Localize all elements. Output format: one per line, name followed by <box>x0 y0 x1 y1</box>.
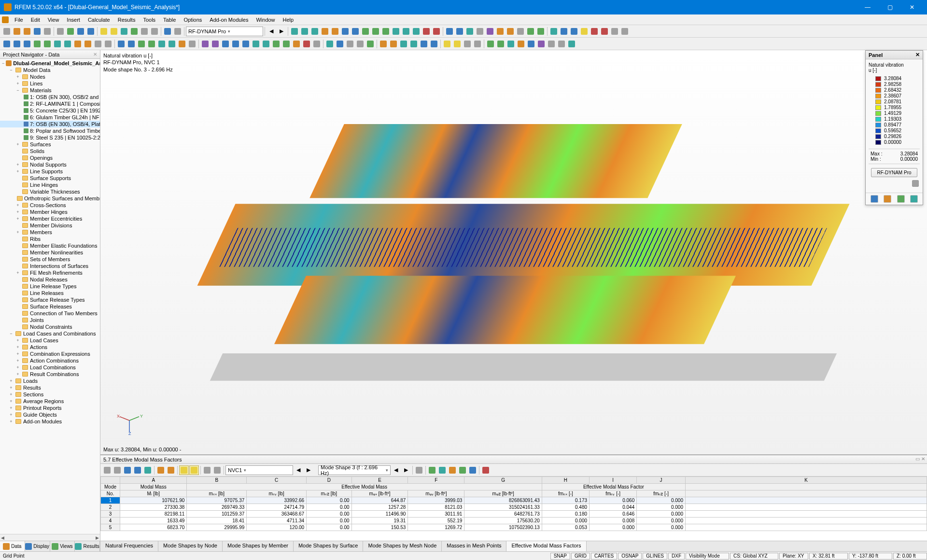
status-dxf[interactable]: DXF <box>668 553 685 560</box>
tree-bottom-2[interactable]: +Sections <box>0 391 100 398</box>
menu-calculate[interactable]: Calculate <box>84 16 114 24</box>
tree-lc-3[interactable]: +Action Combinations <box>0 357 100 364</box>
tb1-12[interactable] <box>401 27 411 36</box>
tool-undo[interactable] <box>76 27 85 36</box>
tree-item-orthotropic-surfaces-and-membra[interactable]: Orthotropic Surfaces and Membra <box>0 195 100 202</box>
grid-row-5[interactable]: 56823.7029995.99120.000.00150.531269.721… <box>101 524 927 531</box>
tool-redo[interactable] <box>86 27 96 36</box>
tree-item-intersections-of-surfaces[interactable]: Intersections of Surfaces <box>0 263 100 269</box>
bp-tab-4[interactable]: Mode Shapes by Mesh Node <box>363 541 442 551</box>
menu-view[interactable]: View <box>44 16 63 24</box>
tb2-21[interactable] <box>211 39 220 49</box>
tb1-20[interactable] <box>485 27 495 36</box>
tree-item-line-hinges[interactable]: Line Hinges <box>0 182 100 188</box>
tb1-8[interactable] <box>361 27 370 36</box>
tree-bottom-5[interactable]: +Guide Objects <box>0 411 100 418</box>
tree-item-member-divisions[interactable]: Member Divisions <box>0 222 100 229</box>
tb2-15[interactable] <box>147 39 156 49</box>
data-grid[interactable]: ABCDEFGHIJK ModeModal MassEffective Moda… <box>100 476 927 531</box>
tool-g[interactable] <box>140 27 149 36</box>
panel-module-button[interactable]: RF-DYNAM Pro <box>871 168 917 177</box>
bp-tab-1[interactable]: Mode Shapes by Node <box>158 541 223 551</box>
tree-lc-2[interactable]: +Combination Expressions <box>0 350 100 357</box>
tree-item-joints[interactable]: Joints <box>0 317 100 323</box>
navigator-close[interactable]: ✕ <box>93 52 97 57</box>
tree-bottom-4[interactable]: +Printout Reports <box>0 405 100 411</box>
tool-a[interactable] <box>56 27 65 36</box>
grid-row-1[interactable]: 1107621.9097075.3733992.660.00644.873999… <box>101 497 927 504</box>
tree-material-1[interactable]: 1: OSB (EN 300), OSB/2 and OS <box>0 94 100 100</box>
tree-model-data[interactable]: −Model Data <box>0 67 100 73</box>
nav-tab-results[interactable]: Results <box>75 541 100 551</box>
nav-tab-views[interactable]: Views <box>50 541 75 551</box>
tb2-27[interactable] <box>271 39 281 49</box>
menu-tools[interactable]: Tools <box>139 16 159 24</box>
tb2-9[interactable] <box>83 39 93 49</box>
minimize-button[interactable]: — <box>857 0 879 14</box>
tb2-5[interactable] <box>42 39 52 49</box>
bp-mode-combo[interactable]: Mode Shape 3 (f : 2.696 Hz) <box>318 465 391 475</box>
tb1-11[interactable] <box>391 27 401 36</box>
bpt-11[interactable] <box>212 465 222 475</box>
bp-tab-3[interactable]: Mode Shapes by Surface <box>294 541 364 551</box>
menu-table[interactable]: Table <box>159 16 180 24</box>
bpt-excel[interactable] <box>458 465 467 475</box>
tree-material-5[interactable]: 7: OSB (EN 300), OSB/4, Plate S <box>0 121 100 127</box>
tb1-31[interactable] <box>600 27 609 36</box>
tb2-23[interactable] <box>231 39 240 49</box>
tb2-33[interactable] <box>335 39 345 49</box>
tb2-45[interactable] <box>463 39 472 49</box>
bpt-5[interactable] <box>143 465 153 475</box>
tb2-17[interactable] <box>167 39 177 49</box>
tb1-21[interactable] <box>495 27 505 36</box>
tb2-22[interactable] <box>221 39 230 49</box>
tree-lc-1[interactable]: +Actions <box>0 344 100 350</box>
tree-item-variable-thicknesses[interactable]: Variable Thicknesses <box>0 188 100 195</box>
panel-close[interactable]: ✕ <box>915 52 920 58</box>
tool-print[interactable] <box>42 27 52 36</box>
tree-item-openings[interactable]: Openings <box>0 154 100 161</box>
tree-item-nodal-constraints[interactable]: Nodal Constraints <box>0 323 100 330</box>
tb2-47[interactable] <box>486 39 495 49</box>
tb2-18[interactable] <box>177 39 187 49</box>
tree-material-7[interactable]: 9: Steel S 235 | EN 10025-2:2004 <box>0 134 100 141</box>
tb2-20[interactable] <box>200 39 210 49</box>
tool-j[interactable] <box>173 27 183 36</box>
tb1-10[interactable] <box>381 27 391 36</box>
module-combo[interactable]: RF-DYNAM Pro <box>186 27 263 36</box>
panel-foot-2[interactable] <box>884 195 891 203</box>
tb2-2[interactable] <box>12 39 22 49</box>
tree-item-nodal-supports[interactable]: +Nodal Supports <box>0 161 100 168</box>
tb2-7[interactable] <box>63 39 72 49</box>
tree-item-surfaces[interactable]: +Surfaces <box>0 141 100 148</box>
menu-file[interactable]: File <box>11 16 27 24</box>
tb2-48[interactable] <box>496 39 506 49</box>
tb1-14[interactable] <box>421 27 431 36</box>
tb2-14[interactable] <box>137 39 146 49</box>
panel-foot-3[interactable] <box>897 195 905 203</box>
tool-new[interactable] <box>2 27 12 36</box>
tool-e[interactable] <box>119 27 129 36</box>
tree-bottom-0[interactable]: +Loads <box>0 378 100 384</box>
bpt-8[interactable] <box>179 465 189 475</box>
bp-tab-2[interactable]: Mode Shapes by Member <box>223 541 294 551</box>
tree-item-connection-of-two-members[interactable]: Connection of Two Members <box>0 310 100 317</box>
tree-item-fe-mesh-refinements[interactable]: +FE Mesh Refinements <box>0 269 100 276</box>
tb2-16[interactable] <box>157 39 167 49</box>
bp-tab-0[interactable]: Natural Frequencies <box>100 541 158 551</box>
tb2-38[interactable] <box>389 39 398 49</box>
tree-item-surface-releases[interactable]: Surface Releases <box>0 303 100 310</box>
bpt-9[interactable] <box>189 465 199 475</box>
tb2-37[interactable] <box>379 39 388 49</box>
bpt-14[interactable] <box>437 465 447 475</box>
menu-options[interactable]: Options <box>180 16 206 24</box>
grid-row-3[interactable]: 382198.11101259.37363468.670.0011496.903… <box>101 511 927 518</box>
bp-nvc-combo[interactable]: NVC1 <box>225 465 293 475</box>
tb2-50[interactable] <box>516 39 526 49</box>
tb2-51[interactable] <box>526 39 536 49</box>
menu-insert[interactable]: Insert <box>63 16 84 24</box>
tb2-36[interactable] <box>365 39 375 49</box>
tb2-55[interactable] <box>567 39 576 49</box>
tb1-29[interactable] <box>579 27 589 36</box>
bp-tab-5[interactable]: Masses in Mesh Points <box>442 541 506 551</box>
